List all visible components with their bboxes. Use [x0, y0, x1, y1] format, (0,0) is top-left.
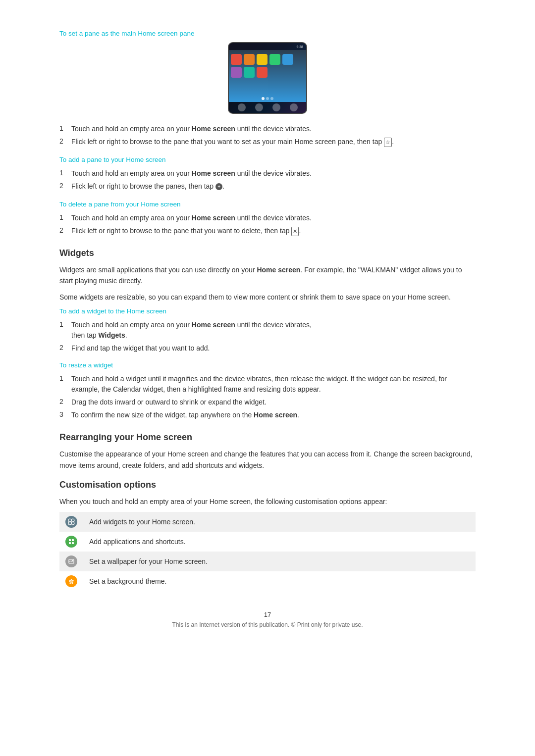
customisation-para: When you touch and hold an empty area of… — [59, 496, 476, 507]
delete-pane-step-2: 2 Flick left or right to browse to the p… — [59, 226, 476, 236]
resize-widget-steps: 1 Touch and hold a widget until it magni… — [59, 374, 476, 420]
widgets-heading: Widgets — [59, 248, 476, 258]
customisation-option-1: Add widgets to your Home screen. — [59, 512, 476, 532]
page-footer: 17 This is an Internet version of this p… — [59, 611, 476, 628]
customisation-option-4-text: Set a background theme. — [83, 571, 476, 591]
rearranging-heading: Rearranging your Home screen — [59, 432, 476, 443]
phone-screenshot: 9:38 — [59, 42, 476, 114]
delete-pane-step-1: 1 Touch and hold an empty area on your H… — [59, 213, 476, 223]
svg-point-0 — [68, 519, 71, 522]
add-pane-heading: To add a pane to your Home screen — [59, 156, 476, 163]
customisation-option-3-text: Set a wallpaper for your Home screen. — [83, 552, 476, 571]
widget-icon-cell — [59, 512, 83, 532]
customisation-option-2-text: Add applications and shortcuts. — [83, 532, 476, 552]
svg-point-1 — [71, 522, 74, 525]
customisation-option-4: Set a background theme. — [59, 571, 476, 591]
set-pane-steps: 1 Touch and hold an empty area on your H… — [59, 124, 476, 147]
add-widget-heading: To add a widget to the Home screen — [59, 307, 476, 315]
add-widget-step-1: 1 Touch and hold an empty area on your H… — [59, 320, 476, 341]
delete-pane-steps: 1 Touch and hold an empty area on your H… — [59, 213, 476, 236]
wallpaper-icon-cell — [59, 552, 83, 571]
theme-icon — [65, 575, 77, 587]
set-pane-step-1: 1 Touch and hold an empty area on your H… — [59, 124, 476, 134]
customisation-option-1-text: Add widgets to your Home screen. — [83, 512, 476, 532]
set-pane-step-2: 2 Flick left or right to browse to the p… — [59, 137, 476, 147]
customisation-options-table: Add widgets to your Home screen. Add app… — [59, 512, 476, 591]
add-pane-steps: 1 Touch and hold an empty area on your H… — [59, 168, 476, 192]
app-icon — [65, 536, 77, 548]
add-widget-steps: 1 Touch and hold an empty area on your H… — [59, 320, 476, 353]
svg-rect-7 — [72, 542, 74, 544]
customisation-option-3: Set a wallpaper for your Home screen. — [59, 552, 476, 571]
widgets-para1: Widgets are small applications that you … — [59, 264, 476, 287]
svg-rect-4 — [69, 539, 71, 541]
svg-point-9 — [72, 560, 73, 561]
svg-point-3 — [68, 522, 71, 525]
widgets-para2: Some widgets are resizable, so you can e… — [59, 292, 476, 302]
delete-pane-heading: To delete a pane from your Home screen — [59, 201, 476, 208]
page-number: 17 — [59, 611, 476, 618]
svg-rect-6 — [69, 542, 71, 544]
resize-widget-step-1: 1 Touch and hold a widget until it magni… — [59, 374, 476, 395]
app-icon-cell — [59, 532, 83, 552]
theme-icon-cell — [59, 571, 83, 591]
footer-text: This is an Internet version of this publ… — [59, 621, 476, 628]
customisation-option-2: Add applications and shortcuts. — [59, 532, 476, 552]
resize-widget-step-3: 3 To confirm the new size of the widget,… — [59, 410, 476, 420]
svg-point-2 — [71, 519, 74, 522]
resize-widget-step-2: 2 Drag the dots inward or outward to shr… — [59, 397, 476, 407]
customisation-heading: Customisation options — [59, 480, 476, 490]
svg-rect-5 — [72, 539, 74, 541]
resize-widget-heading: To resize a widget — [59, 361, 476, 369]
add-pane-step-2: 2 Flick left or right to browse the pane… — [59, 181, 476, 192]
add-widget-step-2: 2 Find and tap the widget that you want … — [59, 343, 476, 353]
rearranging-para: Customise the appearance of your Home sc… — [59, 449, 476, 471]
wallpaper-icon — [65, 555, 77, 567]
widget-icon — [65, 516, 77, 528]
add-pane-step-1: 1 Touch and hold an empty area on your H… — [59, 168, 476, 179]
set-pane-heading: To set a pane as the main Home screen pa… — [59, 30, 476, 37]
